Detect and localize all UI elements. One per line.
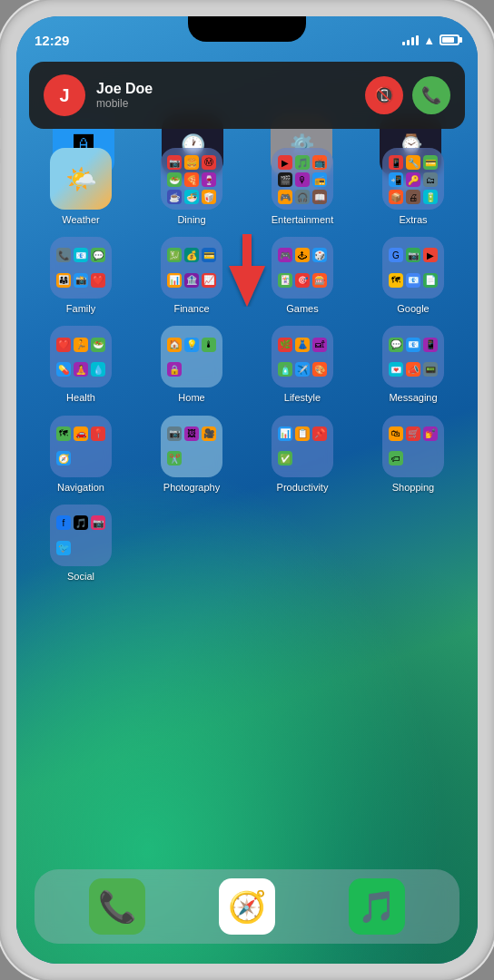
volume-up-button[interactable] [0,163,2,209]
goo-mini-6: 📄 [423,273,438,288]
finance-label: Finance [173,303,209,315]
dining-label: Dining [177,214,205,226]
pro-mini-4: ✅ [278,451,292,466]
app-social[interactable]: f 🎵 📷 🐦 Social [29,505,133,583]
volume-down-button[interactable] [0,222,2,268]
entertainment-folder-icon: ▶ 🎵 📺 🎬 🎙 📻 🎮 🎧 📖 [272,148,333,210]
app-weather[interactable]: 🌤️ Weather [29,148,133,226]
sho-mini-1: 🛍 [389,426,403,441]
dock: 📞 🧭 🎵 [35,869,459,944]
app-health[interactable]: ❤️ 🏃 🥗 💊 🧘 💧 Health [29,326,133,404]
signal-bar-3 [411,37,414,45]
google-folder-icon: G 📷 ▶ 🗺 📧 📄 [382,237,444,299]
accept-call-button[interactable]: 📞 [412,76,450,114]
social-folder-icon: f 🎵 📷 🐦 [50,505,112,566]
ent-mini-8: 🎧 [295,190,310,204]
app-shopping[interactable]: 🛍 🛒 💅 🏷 Shopping [361,416,465,494]
pro-mini-2: 📋 [295,426,310,441]
call-actions: 📵 📞 [365,76,450,114]
hea-mini-1: ❤️ [56,338,71,352]
signal-bar-2 [407,40,410,45]
fam-mini-1: 📞 [56,248,71,262]
productivity-folder-icon: 📊 📋 📌 ✅ [272,416,333,477]
app-dining[interactable]: 📷 🍔 Ⓜ 🥗 🍕 🍷 ☕ 🍜 🥡 Dining [140,148,243,226]
fam-mini-2: 📧 [74,248,88,262]
sho-mini-4: 🏷 [389,451,403,466]
app-extras[interactable]: 📱 🔧 💳 📲 🔑 🗂 📦 🖨 🔋 Extras [361,148,465,226]
app-lifestyle[interactable]: 🌿 👗 🛋 🧴 ✈️ 🎨 Lifestyle [251,326,354,404]
app-navigation[interactable]: 🗺 🚗 📍 🧭 Navigation [29,416,133,494]
extras-folder-icon: 📱 🔧 💳 📲 🔑 🗂 📦 🖨 🔋 [382,148,444,210]
app-google[interactable]: G 📷 ▶ 🗺 📧 📄 Google [361,237,465,315]
msg-mini-6: 📟 [423,362,438,377]
shopping-folder-icon: 🛍 🛒 💅 🏷 [382,416,444,477]
folder-mini-2: 🍔 [184,155,199,170]
app-productivity[interactable]: 📊 📋 📌 ✅ Productivity [251,416,354,494]
app-messaging[interactable]: 💬 📧 📱 💌 📣 📟 Messaging [361,326,465,404]
google-label: Google [397,303,429,315]
phone-frame: 12:29 ▲ J Joe Doe mobile [0,0,494,980]
dining-folder-icon: 📷 🍔 Ⓜ 🥗 🍕 🍷 ☕ 🍜 🥡 [161,148,222,210]
nav-mini-4: 🧭 [56,451,71,466]
silent-button[interactable] [0,118,2,149]
app-photography[interactable]: 📷 🖼 🎥 ✂️ Photography [140,416,243,494]
games-folder-icon: 🎮 🕹 🎲 🃏 🎯 🎰 [272,237,333,299]
dock-safari-icon[interactable]: 🧭 [219,878,275,935]
folder-mini-3: Ⓜ [202,155,216,170]
photography-label: Photography [163,482,220,494]
app-games[interactable]: 🎮 🕹 🎲 🃏 🎯 🎰 Games [251,237,354,315]
fam-mini-4: 👨‍👩‍👧 [56,273,71,288]
msg-mini-4: 💌 [389,362,403,377]
goo-mini-3: ▶ [423,248,438,262]
ent-mini-9: 📖 [312,190,327,204]
games-label: Games [286,303,318,315]
pho-mini-4: ✂️ [167,451,182,466]
nav-mini-1: 🗺 [56,426,71,441]
hea-mini-4: 💊 [56,362,71,377]
folder-mini-6: 🍷 [202,172,216,187]
hom-mini-1: 🏠 [167,338,182,352]
app-home[interactable]: 🏠 💡 🌡 🔒 Home [140,326,243,404]
folder-mini-7: ☕ [167,190,182,204]
ext-mini-7: 📦 [389,190,403,204]
app-family[interactable]: 📞 📧 💬 👨‍👩‍👧 📸 ❤️ Family [29,237,133,315]
call-notification: J Joe Doe mobile 📵 📞 [29,62,465,129]
ent-mini-6: 📻 [312,172,327,187]
hea-mini-3: 🥗 [91,338,105,352]
hom-mini-3: 🌡 [202,338,216,352]
pho-mini-1: 📷 [167,426,182,441]
app-entertainment[interactable]: ▶ 🎵 📺 🎬 🎙 📻 🎮 🎧 📖 Entertainment [251,148,354,226]
dock-phone-icon[interactable]: 📞 [89,878,145,935]
sho-mini-3: 💅 [423,426,438,441]
entertainment-label: Entertainment [272,214,333,226]
navigation-folder-icon: 🗺 🚗 📍 🧭 [50,416,112,477]
dock-spotify-icon[interactable]: 🎵 [349,878,405,935]
end-call-button[interactable]: 📵 [365,76,403,114]
health-folder-icon: ❤️ 🏃 🥗 💊 🧘 💧 [50,326,112,387]
shopping-label: Shopping [392,482,435,494]
pro-mini-1: 📊 [278,426,292,441]
end-call-icon: 📵 [374,85,394,105]
extras-label: Extras [399,214,427,226]
messaging-label: Messaging [389,392,437,404]
fam-mini-5: 📸 [74,273,88,288]
app-finance[interactable]: 💹 💰 💳 📊 🏦 📈 Finance [140,237,243,315]
gam-mini-3: 🎲 [312,248,327,262]
accept-call-icon: 📞 [421,85,441,105]
goo-mini-4: 🗺 [389,273,403,288]
ent-mini-3: 📺 [312,155,327,170]
battery-icon [440,34,459,45]
fam-mini-6: ❤️ [91,273,105,288]
soc-mini-3: 📷 [91,515,105,530]
health-label: Health [66,392,95,404]
gam-mini-5: 🎯 [295,273,310,288]
signal-bar-1 [402,42,405,45]
weather-label: Weather [62,214,99,226]
home-label: Home [178,392,204,404]
msg-mini-2: 📧 [406,338,420,352]
goo-mini-2: 📷 [406,248,420,262]
ext-mini-2: 🔧 [406,155,420,170]
lifestyle-label: Lifestyle [284,392,321,404]
ext-mini-6: 🗂 [423,172,438,187]
signal-bars-icon [402,35,419,45]
